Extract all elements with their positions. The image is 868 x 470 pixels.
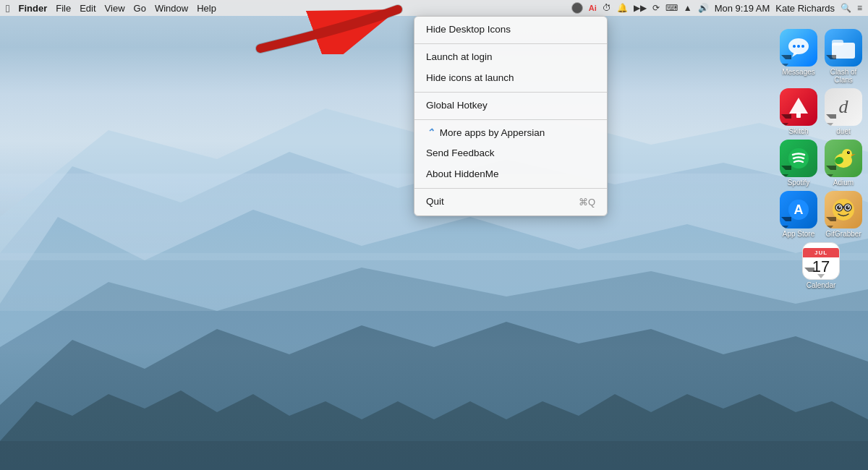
dock-item-messages[interactable]: Messages bbox=[778, 29, 819, 84]
notification-icon[interactable]: 🔔 bbox=[617, 3, 628, 13]
svg-rect-18 bbox=[796, 112, 801, 118]
desktop:  Finder File Edit View Go Window Help A… bbox=[0, 0, 868, 470]
skitch-label: Skitch bbox=[788, 127, 808, 135]
apple-menu[interactable]:  bbox=[6, 2, 9, 14]
clash-icon bbox=[825, 29, 862, 67]
dock-row-2: Skitch d duet bbox=[778, 88, 864, 135]
adium-icon bbox=[825, 140, 862, 177]
timemachine-icon[interactable]: ⟳ bbox=[652, 3, 660, 13]
calendar-label: Calendar bbox=[807, 281, 836, 289]
clash-label: Clash of Clans bbox=[823, 68, 864, 84]
adobe-icon[interactable]: Ai bbox=[589, 4, 597, 12]
svg-rect-31 bbox=[843, 206, 844, 208]
dock-row-5: JUL 17 Calendar bbox=[801, 242, 841, 289]
dock-row-1: Messages Clash of Clans bbox=[778, 29, 864, 84]
app-name[interactable]: Finder bbox=[18, 3, 47, 14]
menu-item-launch-login[interactable]: Launch at login bbox=[414, 47, 607, 68]
view-menu[interactable]: View bbox=[105, 3, 125, 14]
svg-point-14 bbox=[801, 45, 804, 48]
svg-text:A: A bbox=[794, 202, 804, 217]
svg-point-13 bbox=[797, 45, 800, 48]
menu-item-quit[interactable]: Quit ⌘Q bbox=[414, 192, 607, 213]
dock-row-3: Spotify Adium bbox=[778, 140, 864, 187]
dock-item-gifgrabber[interactable]: GifGrabber bbox=[823, 191, 864, 238]
notification-center-icon[interactable]: ≡ bbox=[857, 3, 862, 13]
username[interactable]: Kate Richards bbox=[775, 3, 835, 14]
menubar:  Finder File Edit View Go Window Help A… bbox=[0, 0, 868, 16]
wifi-icon[interactable]: ▲ bbox=[684, 3, 692, 13]
menu-item-global-hotkey[interactable]: Global Hotkey bbox=[414, 95, 607, 116]
adium-label: Adium bbox=[833, 179, 854, 187]
gifgrabber-label: GifGrabber bbox=[825, 230, 861, 238]
gifgrabber-icon bbox=[825, 191, 862, 228]
duet-icon: d bbox=[825, 88, 862, 126]
dock-item-clash[interactable]: Clash of Clans bbox=[823, 29, 864, 84]
messages-icon bbox=[780, 29, 817, 67]
svg-point-32 bbox=[837, 205, 841, 210]
stream-icon[interactable]: ▶▶ bbox=[634, 3, 647, 13]
svg-marker-4 bbox=[0, 322, 868, 470]
svg-rect-6 bbox=[0, 441, 868, 470]
appstore-icon: A bbox=[780, 191, 817, 228]
help-menu[interactable]: Help bbox=[197, 3, 216, 14]
svg-point-35 bbox=[848, 206, 849, 208]
spotify-label: Spotify bbox=[788, 179, 810, 187]
svg-marker-5 bbox=[0, 390, 868, 470]
menu-separator-1 bbox=[414, 43, 607, 44]
svg-point-23 bbox=[848, 152, 849, 153]
svg-marker-3 bbox=[0, 268, 868, 470]
dock-item-appstore[interactable]: A App Store bbox=[778, 191, 819, 238]
dropdown-menu: Hide Desktop Icons Launch at login Hide … bbox=[414, 16, 608, 216]
svg-rect-16 bbox=[832, 40, 843, 46]
calendar-month: JUL bbox=[803, 248, 839, 257]
dock-item-skitch[interactable]: Skitch bbox=[778, 88, 819, 135]
menubar-right: Ai ⏱ 🔔 ▶▶ ⟳ ⌨ ▲ 🔊 Mon 9:19 AM Kate Richa… bbox=[571, 2, 862, 14]
dock-item-adium[interactable]: Adium bbox=[823, 140, 864, 187]
dock: Messages Clash of Clans bbox=[774, 22, 868, 296]
calendar-icon: JUL 17 bbox=[802, 242, 840, 280]
spotify-icon bbox=[780, 140, 817, 177]
dock-item-spotify[interactable]: Spotify bbox=[778, 140, 819, 187]
file-menu[interactable]: File bbox=[56, 3, 71, 14]
svg-point-19 bbox=[788, 148, 809, 168]
menu-item-send-feedback[interactable]: Send Feedback bbox=[414, 143, 607, 164]
edit-menu[interactable]: Edit bbox=[80, 3, 95, 14]
dock-item-calendar[interactable]: JUL 17 Calendar bbox=[801, 242, 841, 289]
go-menu[interactable]: Go bbox=[134, 3, 146, 14]
svg-point-33 bbox=[846, 205, 850, 210]
dock-row-4: A App Store bbox=[778, 191, 864, 238]
menu-item-more-apps[interactable]: ⌃ More apps by Appersian bbox=[414, 123, 607, 144]
menu-item-about[interactable]: About HiddenMe bbox=[414, 164, 607, 185]
quit-shortcut: ⌘Q bbox=[579, 196, 595, 209]
menu-item-hide-desktop[interactable]: Hide Desktop Icons bbox=[414, 20, 607, 40]
input-icon[interactable]: ⌨ bbox=[665, 3, 678, 13]
window-menu[interactable]: Window bbox=[155, 3, 188, 14]
hiddenme-icon[interactable] bbox=[571, 2, 583, 14]
svg-point-12 bbox=[793, 45, 796, 48]
svg-point-21 bbox=[842, 149, 852, 159]
datetime: Mon 9:19 AM bbox=[715, 3, 770, 14]
svg-marker-2 bbox=[0, 210, 868, 470]
duet-label: duet bbox=[836, 127, 850, 135]
timer-icon[interactable]: ⏱ bbox=[603, 3, 611, 13]
svg-point-34 bbox=[839, 206, 841, 208]
svg-rect-8 bbox=[0, 253, 868, 311]
appersian-icon: ⌃ bbox=[426, 127, 434, 138]
skitch-icon bbox=[780, 88, 817, 126]
calendar-day: 17 bbox=[812, 257, 830, 275]
menubar-left:  Finder File Edit View Go Window Help bbox=[6, 2, 216, 14]
svg-point-22 bbox=[847, 151, 850, 154]
menu-item-hide-icons[interactable]: Hide icons at launch bbox=[414, 68, 607, 89]
messages-label: Messages bbox=[782, 68, 815, 76]
volume-icon[interactable]: 🔊 bbox=[698, 3, 709, 13]
menu-separator-4 bbox=[414, 188, 607, 189]
spotlight-icon[interactable]: 🔍 bbox=[841, 3, 851, 13]
dock-item-duet[interactable]: d duet bbox=[823, 88, 864, 135]
appstore-label: App Store bbox=[783, 230, 814, 238]
menu-separator-2 bbox=[414, 92, 607, 93]
menu-separator-3 bbox=[414, 119, 607, 120]
svg-marker-17 bbox=[789, 98, 808, 114]
